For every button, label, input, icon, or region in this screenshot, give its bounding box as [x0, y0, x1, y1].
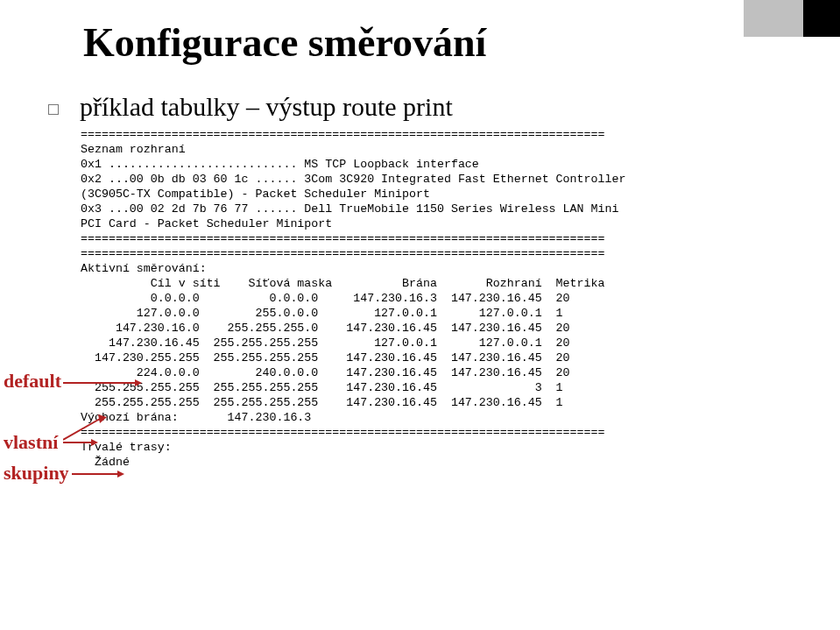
subtitle-row: příklad tabulky – výstup route print: [0, 66, 840, 122]
arrow-skupiny: [72, 470, 124, 478]
subtitle-text: příklad tabulky – výstup route print: [80, 92, 453, 122]
route-print-output: ========================================…: [0, 122, 840, 470]
page-title: Konfigurace směrování: [0, 0, 840, 66]
svg-marker-7: [117, 471, 124, 478]
label-vlastni: vlastní: [4, 431, 58, 454]
decor-bar-gray: [744, 0, 803, 37]
bullet-icon: [48, 104, 59, 115]
decor-header: [744, 0, 840, 37]
decor-bar-black: [803, 0, 840, 37]
label-skupiny: skupiny: [4, 462, 69, 485]
label-default: default: [4, 370, 61, 393]
